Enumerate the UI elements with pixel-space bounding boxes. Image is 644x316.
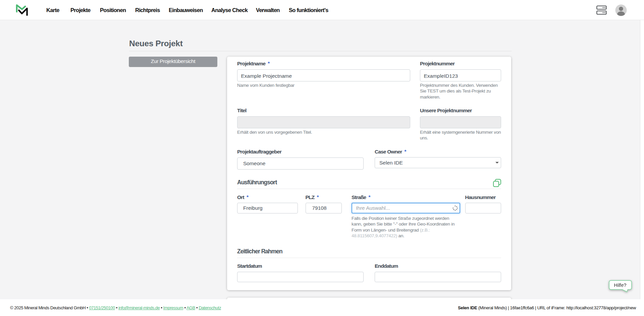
svg-text:Hilfe?: Hilfe? <box>614 282 626 288</box>
